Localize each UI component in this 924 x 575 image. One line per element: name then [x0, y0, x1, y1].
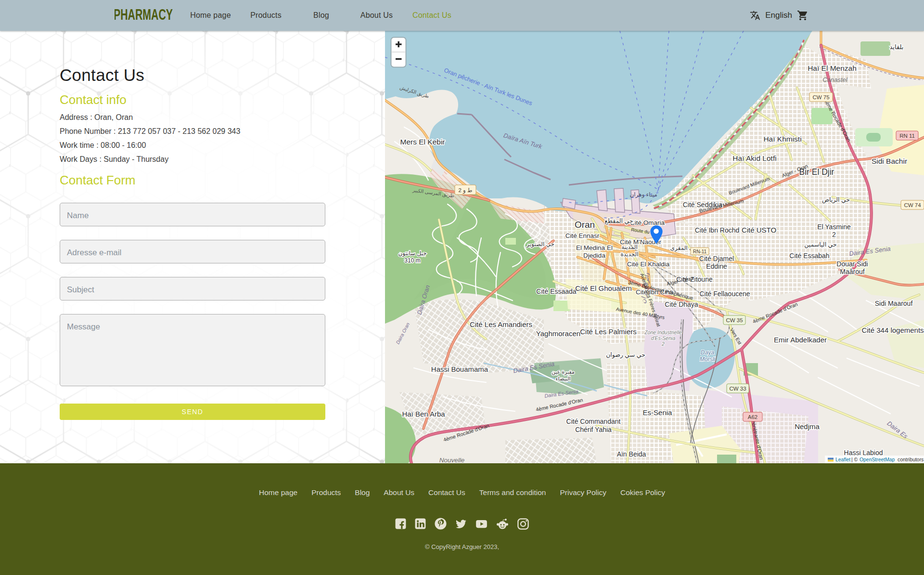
svg-text:Sidi Bachir: Sidi Bachir	[872, 157, 907, 165]
svg-text:RN-11: RN-11	[693, 249, 707, 254]
svg-text:El Yasmine: El Yasmine	[817, 223, 851, 231]
svg-text:Haï Akid Lotfi: Haï Akid Lotfi	[732, 154, 776, 162]
svg-text:Cité Ibn Rochd: Cité Ibn Rochd	[695, 226, 740, 234]
svg-text:2: 2	[661, 341, 665, 347]
svg-text:Haï Khmisti: Haï Khmisti	[763, 135, 801, 143]
svg-text:Nouvelle: Nouvelle	[439, 457, 465, 463]
svg-text:| ©: | ©	[851, 457, 858, 462]
svg-text:El Medina El: El Medina El	[576, 244, 613, 251]
svg-text:Haï Ben Arba: Haï Ben Arba	[402, 410, 445, 418]
svg-text:Douar Sidi: Douar Sidi	[836, 260, 868, 268]
svg-text:Djedida: Djedida	[583, 252, 605, 259]
svg-text:310 m: 310 m	[404, 257, 420, 264]
svg-text:حي المقطع: حي المقطع	[604, 218, 633, 224]
svg-text:Cité Les Palmiers: Cité Les Palmiers	[580, 327, 637, 336]
svg-text:CW 33: CW 33	[729, 386, 746, 392]
svg-text:حي سي رضوان: حي سي رضوان	[606, 352, 645, 359]
svg-text:الجديدة: الجديدة	[621, 251, 639, 258]
svg-text:Cité Essaada: Cité Essaada	[536, 288, 576, 295]
svg-text:Cité Djamel: Cité Djamel	[699, 255, 734, 262]
svg-text:Cité USTO: Cité USTO	[742, 226, 776, 234]
svg-text:RN 11: RN 11	[899, 133, 915, 139]
svg-text:جبل سانتون: جبل سانتون	[398, 250, 426, 257]
svg-text:Hassi Labiod: Hassi Labiod	[844, 449, 883, 457]
svg-text:Cité Ennasr: Cité Ennasr	[565, 232, 600, 239]
svg-text:Canastel: Canastel	[822, 76, 847, 83]
svg-text:Aïn Beida: Aïn Beida	[617, 450, 646, 458]
svg-text:حي الصنوير: حي الصنوير	[526, 241, 554, 248]
svg-text:Hassi Bouamama: Hassi Bouamama	[431, 365, 488, 373]
svg-text:Cité Omaria: Cité Omaria	[630, 219, 665, 226]
svg-text:Oran: Oran	[575, 220, 595, 230]
svg-text:CW 35: CW 35	[726, 317, 743, 323]
svg-text:المدينة: المدينة	[621, 244, 638, 250]
svg-text:CW 75: CW 75	[812, 94, 829, 100]
svg-text:A62: A62	[748, 414, 757, 420]
svg-text:ط و 2: ط و 2	[459, 187, 473, 194]
svg-text:Cité Les Amandiers: Cité Les Amandiers	[470, 320, 532, 328]
svg-text:Daya: Daya	[701, 349, 714, 356]
svg-text:Chérif Yahia: Chérif Yahia	[575, 426, 612, 433]
svg-text:Mers El Kebir: Mers El Kebir	[400, 138, 445, 146]
svg-text:d'Es-Senia: d'Es-Senia	[651, 335, 676, 341]
svg-text:حي الياسمين: حي الياسمين	[804, 241, 836, 248]
svg-text:Cité El Khaldia: Cité El Khaldia	[627, 261, 670, 268]
svg-text:Cité El Ghoualem: Cité El Ghoualem	[575, 284, 632, 292]
svg-text:Es-Senia: Es-Senia	[643, 408, 673, 417]
svg-text:Cité 344 logements: Cité 344 logements	[861, 326, 924, 334]
svg-text:Cité Commandant: Cité Commandant	[566, 418, 621, 425]
svg-text:OpenStreetMap: OpenStreetMap	[860, 457, 895, 462]
svg-text:Sidi Maarouf: Sidi Maarouf	[875, 300, 913, 307]
svg-text:Leaflet: Leaflet	[835, 457, 850, 462]
svg-text:Eddine: Eddine	[706, 262, 727, 270]
svg-text:Cité Fellaoucene: Cité Fellaoucene	[699, 290, 750, 298]
svg-text:PHARMACY: PHARMACY	[115, 6, 173, 23]
svg-text:Cité Dhaya: Cité Dhaya	[665, 301, 698, 308]
svg-text:Maârouf: Maârouf	[840, 268, 864, 275]
svg-text:مقبرة عين: مقبرة عين	[552, 369, 575, 375]
svg-text:Morsli: Morsli	[700, 356, 715, 363]
svg-text:2: 2	[832, 231, 836, 238]
svg-text:حي الرياض: حي الرياض	[822, 196, 850, 204]
svg-text:Emir Abdelkader: Emir Abdelkader	[774, 336, 827, 344]
svg-text:Zone Industrielle: Zone Industrielle	[644, 329, 682, 335]
svg-text:Haï El Menzah: Haï El Menzah	[808, 64, 857, 72]
svg-text:بلقايد: بلقايد	[890, 43, 904, 51]
svg-text:CW 74: CW 74	[904, 202, 921, 208]
svg-text:Cité Essabah: Cité Essabah	[789, 252, 829, 260]
svg-text:Nedjma: Nedjma	[795, 422, 820, 431]
svg-text:contributors: contributors	[898, 457, 924, 462]
svg-text:البيضاء: البيضاء	[555, 376, 570, 381]
svg-text:Yaghmoracen: Yaghmoracen	[536, 329, 580, 338]
svg-text:ميناء وهران: ميناء وهران	[629, 191, 657, 198]
